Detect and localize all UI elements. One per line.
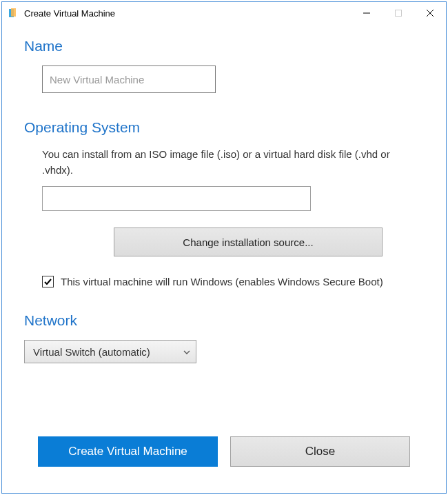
footer-buttons: Create Virtual Machine Close <box>24 424 424 479</box>
titlebar: Create Virtual Machine <box>2 2 446 24</box>
window-controls <box>351 2 446 24</box>
create-vm-button[interactable]: Create Virtual Machine <box>38 436 218 467</box>
windows-secure-boot-label: This virtual machine will run Windows (e… <box>61 276 383 287</box>
os-description: You can install from an ISO image file (… <box>42 147 410 178</box>
windows-secure-boot-checkbox[interactable] <box>42 276 54 287</box>
network-switch-value: Virtual Switch (automatic) <box>33 346 150 358</box>
app-icon <box>8 8 19 19</box>
os-heading: Operating System <box>24 119 424 136</box>
content-area: Name Operating System You can install fr… <box>2 24 446 493</box>
minimize-button[interactable] <box>351 2 383 24</box>
windows-secure-boot-row[interactable]: This virtual machine will run Windows (e… <box>42 276 424 287</box>
window-title: Create Virtual Machine <box>24 8 351 19</box>
network-heading: Network <box>24 312 424 329</box>
svg-rect-3 <box>396 10 402 17</box>
install-source-input[interactable] <box>42 186 311 211</box>
chevron-down-icon <box>183 348 190 356</box>
svg-rect-1 <box>11 8 16 17</box>
vm-name-input[interactable] <box>42 65 216 93</box>
change-installation-source-button[interactable]: Change installation source... <box>114 228 383 256</box>
name-heading: Name <box>24 38 424 54</box>
close-dialog-button[interactable]: Close <box>230 436 410 467</box>
network-switch-select[interactable]: Virtual Switch (automatic) <box>24 340 196 363</box>
create-vm-window: Create Virtual Machine Name Operating Sy… <box>1 1 447 494</box>
close-button[interactable] <box>414 2 446 24</box>
maximize-button <box>383 2 414 24</box>
